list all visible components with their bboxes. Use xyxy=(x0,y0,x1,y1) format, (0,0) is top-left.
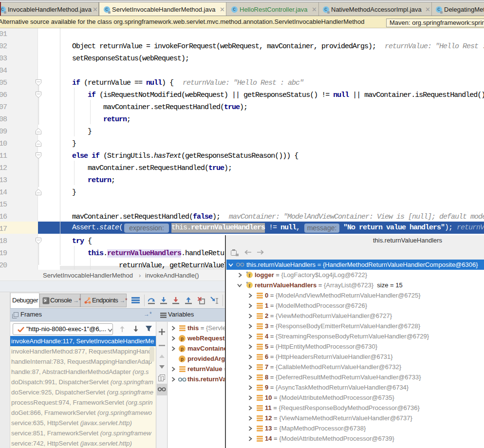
svg-text:p: p xyxy=(181,346,184,352)
svg-text:p: p xyxy=(181,356,184,362)
svg-text:p: p xyxy=(181,336,184,341)
